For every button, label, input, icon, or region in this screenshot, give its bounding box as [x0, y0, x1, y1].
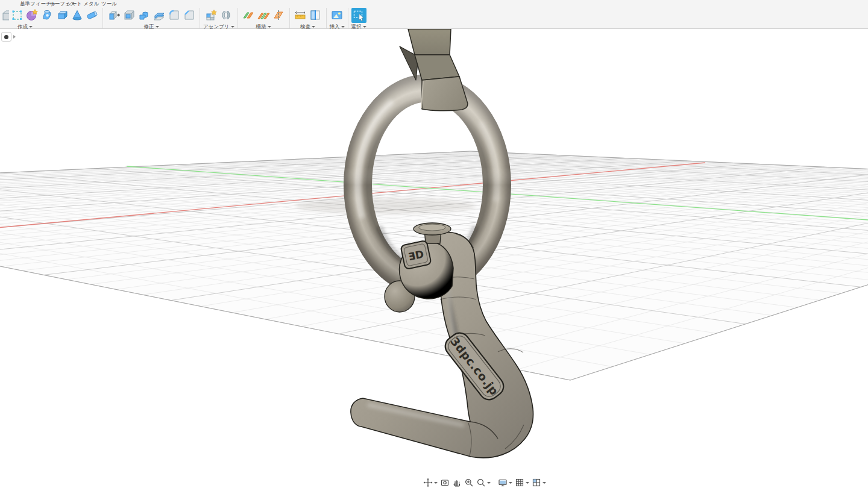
press-pull-icon[interactable] [106, 8, 121, 23]
group-select: 選択 [350, 7, 368, 31]
zoom-icon[interactable] [463, 477, 475, 488]
browser-dot-icon [4, 35, 8, 39]
cone-icon[interactable] [69, 8, 84, 23]
toolbar-separator [289, 8, 290, 28]
offset-plane-icon[interactable] [241, 8, 256, 23]
chevron-down-icon [231, 26, 234, 28]
viewport-canvas[interactable]: ƎD 3dpc.co.jp [0, 0, 868, 488]
expand-arrow-icon [13, 35, 16, 39]
chevron-down-icon [268, 26, 271, 28]
pan-icon[interactable] [451, 477, 463, 488]
chevron-down-icon [312, 26, 315, 28]
group-modify-label[interactable]: 修正 [106, 23, 197, 31]
base-box-icon[interactable] [1, 8, 9, 23]
toolbar-separator [326, 8, 327, 28]
chevron-down-icon [29, 26, 33, 28]
toolbar-icon-row: 作成 [0, 7, 368, 29]
group-create: 作成 [0, 7, 101, 31]
model-shadow [295, 198, 476, 214]
chevron-down-icon [542, 482, 546, 484]
chevron-down-icon [341, 26, 345, 28]
combine-icon[interactable] [136, 8, 151, 23]
group-insert-label[interactable]: 挿入 [330, 23, 345, 31]
toolbar-separator [348, 8, 348, 28]
group-assembly: アセンブリ [201, 7, 236, 31]
fusion-window: ƎD 3dpc.co.jp 基準フィーチャ サーフェス シート メタル ツール [0, 0, 868, 488]
browser-toggle[interactable] [1, 32, 16, 42]
chamfer-icon[interactable] [181, 8, 197, 23]
top-toolbar: 基準フィーチャ サーフェス シート メタル ツール [0, 0, 868, 29]
display-settings-icon[interactable] [497, 477, 514, 488]
fit-icon[interactable] [475, 477, 492, 488]
chevron-down-icon [487, 482, 491, 484]
group-inspect: 検査 [291, 7, 325, 31]
group-construct: 構築 [239, 7, 288, 31]
measure-icon[interactable] [293, 8, 308, 23]
grid-snaps-icon[interactable] [514, 477, 530, 488]
create-form-icon[interactable] [24, 8, 39, 23]
chevron-down-icon [363, 26, 366, 28]
group-modify: 修正 [104, 7, 198, 31]
box-icon[interactable] [54, 8, 69, 23]
offset-face-icon[interactable] [151, 8, 166, 23]
group-construct-label[interactable]: 構築 [241, 23, 286, 31]
chevron-down-icon [509, 482, 512, 484]
viewports-icon[interactable] [530, 477, 547, 488]
select-icon[interactable] [351, 8, 366, 23]
cylinder-icon[interactable] [84, 8, 99, 23]
logo-plate[interactable]: ƎD [400, 240, 431, 269]
toolbar-separator [237, 8, 238, 28]
midplane-icon[interactable] [256, 8, 271, 23]
toolbar-separator [102, 8, 103, 28]
group-assembly-label[interactable]: アセンブリ [203, 23, 234, 31]
toolbar-tab-row: 基準フィーチャ サーフェス シート メタル ツール [0, 0, 868, 7]
group-insert: 挿入 [328, 7, 347, 31]
axis-plane-icon[interactable] [271, 8, 286, 23]
chevron-down-icon [156, 26, 159, 28]
group-select-label[interactable]: 選択 [351, 23, 366, 31]
toolbar-separator [200, 8, 200, 28]
new-component-icon[interactable] [203, 8, 218, 23]
fillet-icon[interactable] [166, 8, 181, 23]
shell-icon[interactable] [121, 8, 136, 23]
insert-image-icon[interactable] [330, 8, 345, 23]
joint-icon[interactable] [218, 8, 233, 23]
create-sketch-icon[interactable] [9, 8, 24, 23]
loft-icon[interactable] [39, 8, 54, 23]
orbit-icon[interactable] [422, 477, 439, 488]
group-inspect-label[interactable]: 検査 [293, 23, 323, 31]
view-navigation-bar [422, 477, 547, 488]
section-analysis-icon[interactable] [308, 8, 323, 23]
chevron-down-icon [526, 482, 529, 484]
group-create-label[interactable]: 作成 [2, 23, 99, 31]
chevron-down-icon [434, 482, 438, 484]
look-at-icon[interactable] [439, 477, 451, 488]
